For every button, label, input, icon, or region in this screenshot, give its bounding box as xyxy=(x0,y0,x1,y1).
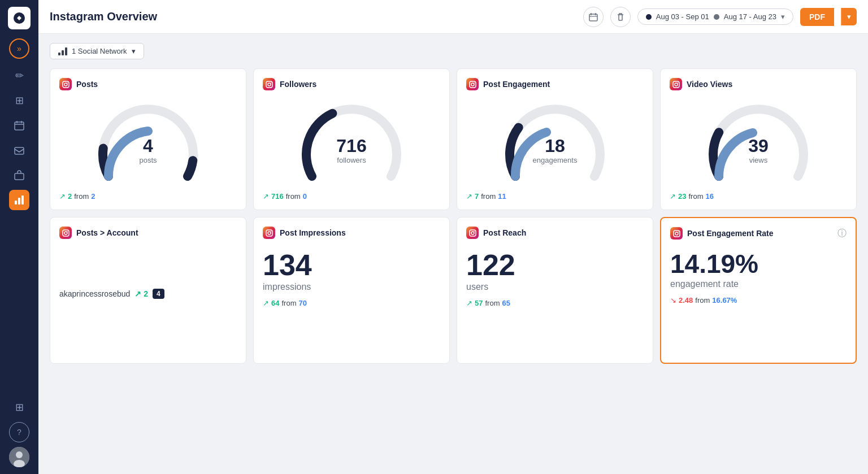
followers-gauge: 716 followers xyxy=(263,97,440,188)
reach-value: 122 xyxy=(466,250,644,280)
instagram-icon-video xyxy=(670,78,682,90)
svg-point-28 xyxy=(474,82,475,83)
card-posts: Posts 4 posts ↗ 2 from xyxy=(50,68,246,210)
svg-point-39 xyxy=(471,232,474,234)
card-engagement-header: Post Engagement xyxy=(466,78,644,90)
delete-button[interactable] xyxy=(610,7,631,27)
impressions-from-prev: 70 xyxy=(298,299,306,307)
card-eng-rate-title: Post Engagement Rate xyxy=(687,229,773,238)
card-video-title: Video Views xyxy=(687,80,732,89)
svg-rect-13 xyxy=(589,14,597,21)
card-video-views: Video Views 39 views ↗ 23 f xyxy=(660,68,857,210)
svg-point-31 xyxy=(677,82,678,83)
calendar-button[interactable] xyxy=(583,7,604,27)
posts-from-prev: 2 xyxy=(91,192,95,201)
sidebar: » ✏ ⊞ ⊞ ? xyxy=(0,0,38,474)
engagement-unit: engagements xyxy=(533,156,578,164)
svg-point-24 xyxy=(268,83,271,86)
page-header: Instagram Overview Aug 03 - Sep 01 Aug 1… xyxy=(38,0,868,34)
date-dot-compare xyxy=(714,14,719,20)
sidebar-item-inbox[interactable] xyxy=(9,140,29,160)
card-engagement-rate: Post Engagement Rate ⓘ 14.19% engagement… xyxy=(660,217,857,364)
video-from-prev: 16 xyxy=(705,192,713,201)
card-posts-account: Posts > Account akaprincessrosebud ↗ 2 4 xyxy=(50,217,246,364)
video-gauge-center: 39 views xyxy=(748,137,769,164)
sidebar-item-apps[interactable]: ⊞ xyxy=(9,397,29,418)
svg-rect-19 xyxy=(65,47,67,55)
svg-point-34 xyxy=(67,231,68,232)
sidebar-item-dashboard[interactable]: ⊞ xyxy=(9,90,29,111)
svg-rect-35 xyxy=(266,230,272,236)
card-post-impressions: Post Impressions 134 impressions ↗ 64 fr… xyxy=(253,217,450,364)
instagram-icon-eng-rate xyxy=(670,227,683,240)
network-filter-button[interactable]: 1 Social Network ▾ xyxy=(50,43,144,59)
svg-point-22 xyxy=(67,82,68,83)
video-from-text: from xyxy=(688,192,703,201)
followers-value: 716 xyxy=(336,137,366,155)
svg-rect-41 xyxy=(674,231,680,237)
engagement-from-text: from xyxy=(481,192,496,201)
impressions-comparison: ↗ 64 from 70 xyxy=(263,299,440,307)
svg-point-36 xyxy=(268,232,271,234)
impressions-value: 134 xyxy=(263,250,440,280)
filter-bar: 1 Social Network ▾ xyxy=(50,43,857,59)
card-video-header: Video Views xyxy=(670,78,847,90)
svg-rect-9 xyxy=(21,195,24,205)
sidebar-item-briefcase[interactable] xyxy=(9,165,29,185)
impressions-trend-icon: ↗ xyxy=(263,299,269,307)
eng-rate-value: 14.19% xyxy=(670,251,847,277)
card-reach-header: Post Reach xyxy=(466,227,644,239)
account-name: akaprincessrosebud xyxy=(59,289,130,298)
help-icon-eng-rate[interactable]: ⓘ xyxy=(837,228,847,240)
date-range-compare: Aug 17 - Aug 23 xyxy=(724,12,776,21)
logo xyxy=(8,7,31,29)
card-reach-title: Post Reach xyxy=(483,228,526,237)
sidebar-item-compose[interactable]: ✏ xyxy=(9,66,29,86)
engagement-trend-icon: ↗ xyxy=(466,192,472,201)
eng-rate-trend-icon: ↘ xyxy=(670,296,676,305)
network-filter-chevron: ▾ xyxy=(132,47,136,55)
svg-point-33 xyxy=(64,232,67,234)
svg-rect-8 xyxy=(18,198,20,205)
posts-comparison: ↗ 2 from 2 xyxy=(59,192,237,201)
sidebar-item-calendar[interactable] xyxy=(9,115,29,136)
video-from-value: 23 xyxy=(678,192,686,201)
sidebar-item-help[interactable]: ? xyxy=(9,422,29,442)
sidebar-toggle[interactable]: » xyxy=(9,38,29,59)
followers-from-value: 716 xyxy=(271,192,284,201)
pdf-button[interactable]: PDF xyxy=(800,8,834,26)
svg-point-30 xyxy=(675,83,678,86)
date-range-selector[interactable]: Aug 03 - Sep 01 Aug 17 - Aug 23 ▾ xyxy=(637,8,793,25)
eng-rate-from-prev: 16.67% xyxy=(712,296,737,305)
engagement-from-prev: 11 xyxy=(498,192,506,201)
posts-gauge: 4 posts xyxy=(59,97,237,188)
card-followers-header: Followers xyxy=(263,78,440,90)
user-avatar[interactable] xyxy=(9,447,29,467)
video-comparison: ↗ 23 from 16 xyxy=(670,192,847,201)
followers-comparison: ↗ 716 from 0 xyxy=(263,192,440,201)
card-posts-header: Posts xyxy=(59,78,237,90)
card-engagement-title: Post Engagement xyxy=(483,80,550,89)
svg-rect-20 xyxy=(63,81,69,88)
reach-from-value: 57 xyxy=(475,299,483,307)
svg-point-21 xyxy=(64,83,67,86)
metrics-grid: Posts 4 posts ↗ 2 from xyxy=(50,68,857,364)
sidebar-item-analytics[interactable] xyxy=(9,190,29,210)
card-followers: Followers 716 followers ↗ 716 from xyxy=(253,68,450,210)
impressions-unit: impressions xyxy=(263,282,440,292)
followers-from-prev: 0 xyxy=(303,192,307,201)
engagement-comparison: ↗ 7 from 11 xyxy=(466,192,644,201)
svg-rect-18 xyxy=(62,50,64,55)
network-filter-label: 1 Social Network xyxy=(72,47,127,55)
engagement-from-value: 7 xyxy=(475,192,479,201)
instagram-icon-impressions xyxy=(263,227,275,239)
svg-point-27 xyxy=(471,83,474,86)
date-dot-primary xyxy=(646,14,652,20)
instagram-icon-engagement xyxy=(466,78,479,90)
instagram-icon-reach xyxy=(466,227,479,239)
pdf-dropdown-button[interactable]: ▾ xyxy=(841,8,857,25)
posts-from-value: 2 xyxy=(68,192,72,201)
followers-trend-icon: ↗ xyxy=(263,192,269,201)
engagement-gauge: 18 engagements xyxy=(466,97,644,188)
reach-from-prev: 65 xyxy=(502,299,510,307)
